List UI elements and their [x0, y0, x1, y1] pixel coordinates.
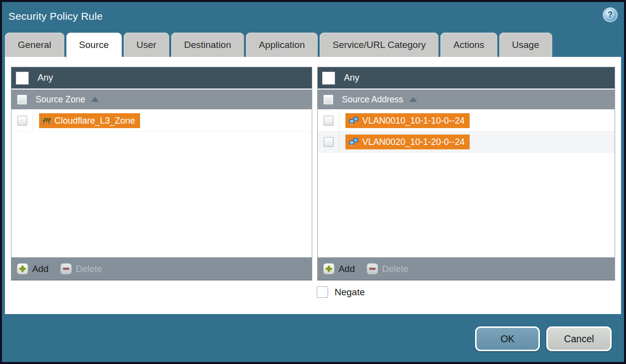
add-button[interactable]: Add [17, 263, 48, 274]
source-address-select-all-checkbox[interactable] [323, 94, 334, 105]
network-icon [348, 117, 359, 125]
add-label: Add [338, 264, 355, 274]
delete-icon [60, 263, 72, 274]
delete-label: Delete [76, 264, 102, 274]
sort-ascending-icon[interactable] [409, 97, 417, 102]
zone-chip[interactable]: Cloudflare_L3_Zone [39, 113, 140, 128]
delete-icon [367, 263, 378, 274]
address-chip[interactable]: VLAN0010_10-1-10-0--24 [345, 113, 470, 128]
tab-usage[interactable]: Usage [499, 33, 552, 57]
delete-button[interactable]: Delete [367, 263, 408, 274]
source-zone-select-all-checkbox[interactable] [17, 94, 27, 105]
source-zone-panel: Any Source Zone [11, 67, 312, 280]
address-name: VLAN0020_10-1-20-0--24 [362, 137, 465, 147]
negate-label: Negate [335, 287, 365, 298]
source-address-toolbar: Add Delete [318, 257, 615, 280]
zone-name: Cloudflare_L3_Zone [54, 116, 135, 126]
add-label: Add [32, 264, 48, 274]
sort-ascending-icon[interactable] [91, 97, 99, 102]
row-checkbox[interactable] [324, 116, 334, 126]
source-zone-any-checkbox[interactable] [16, 72, 29, 85]
source-zone-any-label: Any [38, 73, 53, 83]
source-tab-content: Any Source Zone [5, 57, 621, 314]
dialog-title: Security Policy Rule [8, 10, 103, 22]
row-checkbox-cell [318, 132, 339, 152]
row-checkbox[interactable] [17, 116, 27, 126]
delete-button[interactable]: Delete [60, 263, 102, 274]
source-address-list: VLAN0010_10-1-10-0--24 [318, 109, 615, 257]
address-name: VLAN0010_10-1-10-0--24 [362, 116, 465, 126]
table-row[interactable]: Cloudflare_L3_Zone [11, 110, 312, 132]
tab-service-url-category[interactable]: Service/URL Category [320, 33, 438, 57]
source-zone-column-header[interactable]: Source Zone [11, 89, 312, 109]
add-button[interactable]: Add [323, 263, 355, 274]
help-icon[interactable]: ? [604, 8, 617, 21]
delete-label: Delete [382, 264, 408, 274]
network-icon [348, 138, 359, 146]
address-chip[interactable]: VLAN0020_10-1-20-0--24 [345, 135, 470, 149]
title-bar: Security Policy Rule ? [2, 2, 624, 31]
tab-bar: General Source User Destination Applicat… [2, 31, 624, 57]
table-row[interactable]: VLAN0010_10-1-10-0--24 [318, 110, 615, 132]
source-zone-list: Cloudflare_L3_Zone [11, 109, 312, 257]
security-policy-rule-dialog: Security Policy Rule ? General Source Us… [0, 0, 626, 364]
row-checkbox-cell [11, 110, 33, 131]
source-address-any-header: Any [318, 67, 615, 89]
tab-user[interactable]: User [124, 33, 169, 57]
negate-checkbox[interactable] [317, 286, 328, 298]
tab-actions[interactable]: Actions [440, 33, 497, 57]
table-row[interactable]: VLAN0020_10-1-20-0--24 [318, 132, 615, 153]
source-zone-any-header: Any [11, 67, 312, 89]
source-address-column-label: Source Address [342, 94, 403, 105]
add-icon [17, 263, 28, 274]
tab-source[interactable]: Source [66, 33, 122, 61]
source-address-panel: Any Source Address [317, 67, 615, 280]
source-address-column-header[interactable]: Source Address [318, 89, 615, 109]
panels-container: Any Source Zone [5, 57, 621, 280]
ok-button[interactable]: OK [475, 326, 540, 351]
add-icon [323, 263, 335, 274]
source-address-any-label: Any [344, 73, 359, 83]
source-zone-column-label: Source Zone [36, 94, 85, 105]
row-checkbox[interactable] [324, 137, 334, 147]
source-address-any-checkbox[interactable] [322, 72, 335, 85]
tab-general[interactable]: General [5, 33, 64, 57]
negate-row: Negate [317, 286, 621, 298]
source-zone-toolbar: Add Delete [11, 257, 312, 280]
cancel-button[interactable]: Cancel [546, 326, 612, 351]
zone-icon [42, 117, 51, 125]
tab-application[interactable]: Application [246, 33, 318, 57]
dialog-footer: OK Cancel [2, 314, 624, 362]
row-checkbox-cell [318, 110, 339, 131]
tab-destination[interactable]: Destination [171, 33, 244, 57]
